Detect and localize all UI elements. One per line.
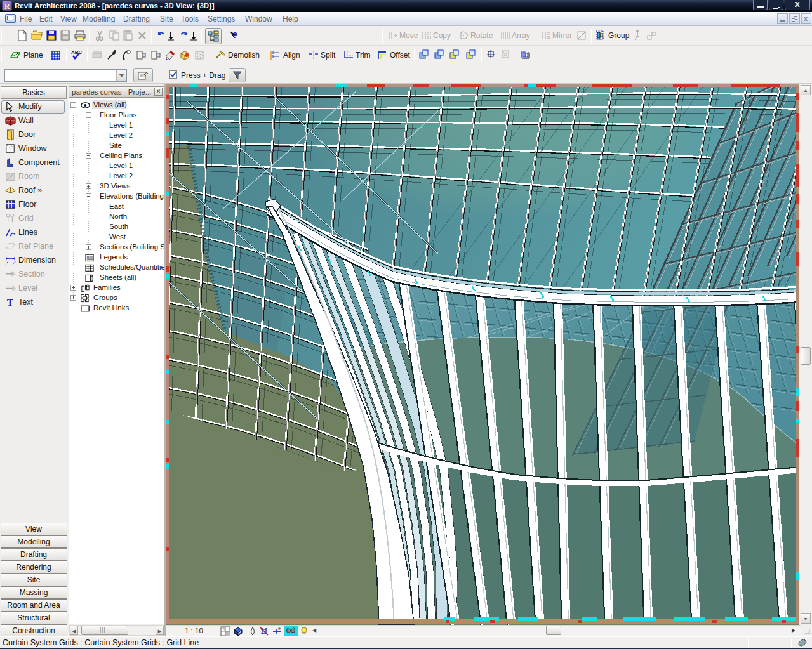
- svg-text:ABC: ABC: [71, 49, 83, 55]
- svg-text:?: ?: [232, 30, 237, 40]
- svg-text:T: T: [7, 297, 13, 308]
